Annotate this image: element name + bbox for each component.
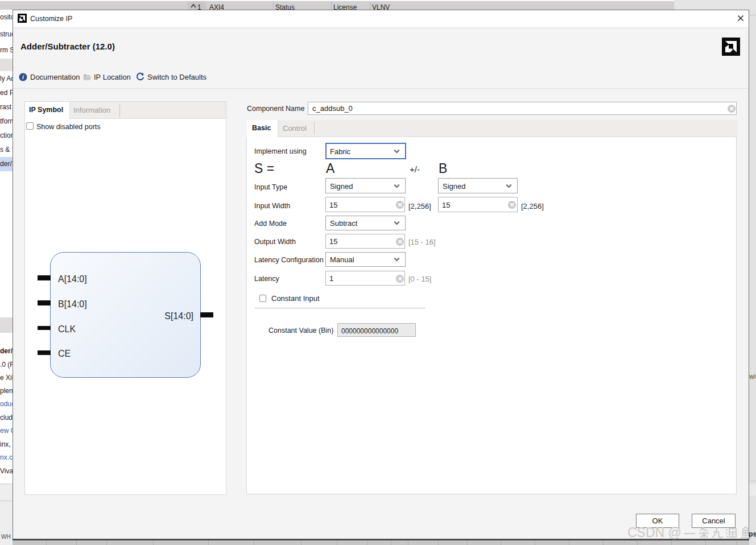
svg-text:i: i	[22, 74, 24, 80]
